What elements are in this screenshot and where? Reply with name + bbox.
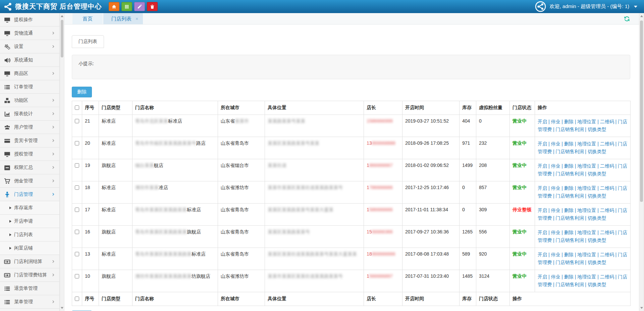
panel-tab-store-list[interactable]: 门店列表 xyxy=(72,35,104,48)
sidebar-item-20[interactable]: 退货单管理 xyxy=(0,282,59,295)
select-all-checkbox[interactable] xyxy=(75,105,79,110)
action-link-0[interactable]: 开启 xyxy=(538,252,547,257)
action-link-3[interactable]: 地理位置 xyxy=(577,252,596,257)
action-link-2[interactable]: 删除 xyxy=(564,119,574,124)
action-link-4[interactable]: 二维码 xyxy=(600,163,614,169)
action-link-0[interactable]: 开启 xyxy=(538,141,547,146)
action-link-7[interactable]: 切换类型 xyxy=(588,282,606,287)
sidebar-item-13[interactable]: 门店管理 xyxy=(0,188,59,201)
action-link-6[interactable]: 门店销售利润 xyxy=(555,260,584,265)
tab-close-icon[interactable]: × xyxy=(136,16,138,21)
action-link-4[interactable]: 二维码 xyxy=(600,274,614,279)
action-link-6[interactable]: 门店销售利润 xyxy=(555,215,584,221)
row-checkbox[interactable] xyxy=(75,163,79,168)
action-link-2[interactable]: 删除 xyxy=(564,185,574,191)
action-link-0[interactable]: 开启 xyxy=(538,274,547,279)
action-link-2[interactable]: 删除 xyxy=(564,252,574,257)
sidebar-item-19[interactable]: 门店管理费结算 xyxy=(0,268,59,282)
tab-store-list[interactable]: 门店列表× xyxy=(103,13,143,24)
action-link-1[interactable]: 停业 xyxy=(551,252,560,257)
action-link-0[interactable]: 开启 xyxy=(538,163,547,169)
action-link-2[interactable]: 删除 xyxy=(564,163,574,169)
sidebar-item-10[interactable]: 授权管理 xyxy=(0,147,59,161)
delete-quick-button[interactable] xyxy=(147,2,158,11)
action-link-3[interactable]: 地理位置 xyxy=(577,274,596,279)
action-link-7[interactable]: 切换类型 xyxy=(588,193,606,198)
action-link-6[interactable]: 门店销售利润 xyxy=(555,237,584,243)
row-checkbox[interactable] xyxy=(75,185,79,190)
action-link-0[interactable]: 开启 xyxy=(538,185,547,191)
sidebar-item-9[interactable]: 贵宾卡管理 xyxy=(0,134,59,147)
sidebar-item-1[interactable]: 货物流通 xyxy=(0,27,59,40)
home-button[interactable] xyxy=(109,2,119,11)
action-link-7[interactable]: 切换类型 xyxy=(588,260,606,265)
sidebar-item-12[interactable]: 佣金管理 xyxy=(0,174,59,188)
action-link-7[interactable]: 切换类型 xyxy=(588,149,606,154)
row-checkbox[interactable] xyxy=(75,208,79,212)
sidebar-subitem-17[interactable]: 闲置店铺 xyxy=(0,241,59,255)
row-checkbox[interactable] xyxy=(75,141,79,145)
action-link-1[interactable]: 停业 xyxy=(551,230,560,235)
sidebar-item-18[interactable]: 门店利润结算 xyxy=(0,255,59,268)
scroll-up-arrow-icon[interactable] xyxy=(60,14,64,18)
sidebar-item-4[interactable]: 商品区 xyxy=(0,67,59,80)
action-link-1[interactable]: 停业 xyxy=(551,119,560,124)
action-link-0[interactable]: 开启 xyxy=(538,119,547,124)
sidebar-subitem-16[interactable]: 门店列表 xyxy=(0,228,59,241)
action-link-7[interactable]: 切换类型 xyxy=(588,215,606,221)
sidebar-item-6[interactable]: 功能区 xyxy=(0,94,59,107)
scroll-up-arrow-icon[interactable] xyxy=(639,14,644,18)
sidebar-scrollbar[interactable] xyxy=(60,13,64,311)
action-link-3[interactable]: 地理位置 xyxy=(577,208,596,213)
action-link-0[interactable]: 开启 xyxy=(538,230,547,235)
sidebar-item-21[interactable]: 菜单管理 xyxy=(0,295,59,309)
sidebar-item-7[interactable]: 报表统计 xyxy=(0,107,59,121)
scroll-down-arrow-icon[interactable] xyxy=(60,306,64,310)
row-checkbox[interactable] xyxy=(75,274,79,278)
action-link-7[interactable]: 切换类型 xyxy=(588,237,606,243)
action-link-7[interactable]: 切换类型 xyxy=(588,127,606,132)
action-link-2[interactable]: 删除 xyxy=(564,141,574,146)
sidebar-subitem-15[interactable]: 开店申请 xyxy=(0,215,59,228)
sidebar-item-3[interactable]: 系统通知 xyxy=(0,53,59,67)
row-checkbox[interactable] xyxy=(75,230,79,234)
sidebar-item-2[interactable]: 设置 xyxy=(0,40,59,53)
action-link-3[interactable]: 地理位置 xyxy=(577,163,596,169)
action-link-2[interactable]: 删除 xyxy=(564,208,574,213)
action-link-3[interactable]: 地理位置 xyxy=(577,119,596,124)
action-link-3[interactable]: 地理位置 xyxy=(577,230,596,235)
action-link-4[interactable]: 二维码 xyxy=(600,252,614,257)
action-link-3[interactable]: 地理位置 xyxy=(577,141,596,146)
action-link-0[interactable]: 开启 xyxy=(538,208,547,213)
user-menu[interactable]: 欢迎, admin - 超级管理员 - (编号: 1) xyxy=(535,1,644,12)
action-link-6[interactable]: 门店销售利润 xyxy=(555,149,584,154)
sidebar-item-5[interactable]: 订单管理 xyxy=(0,80,59,94)
footer-select-all-checkbox[interactable] xyxy=(75,297,79,301)
action-link-1[interactable]: 停业 xyxy=(551,208,560,213)
action-link-4[interactable]: 二维码 xyxy=(600,185,614,191)
content-scrollbar[interactable] xyxy=(639,13,644,311)
action-link-4[interactable]: 二维码 xyxy=(600,230,614,235)
action-link-6[interactable]: 门店销售利润 xyxy=(555,127,584,132)
edit-button[interactable] xyxy=(134,2,145,11)
grid-button[interactable] xyxy=(121,2,132,11)
action-link-3[interactable]: 地理位置 xyxy=(577,185,596,191)
tab-home[interactable]: 首页 xyxy=(72,13,103,24)
action-link-4[interactable]: 二维码 xyxy=(600,119,614,124)
scroll-down-arrow-icon[interactable] xyxy=(639,306,644,310)
action-link-2[interactable]: 删除 xyxy=(564,274,574,279)
delete-selected-button-top[interactable]: 删除 xyxy=(72,87,92,97)
action-link-4[interactable]: 二维码 xyxy=(600,208,614,213)
row-checkbox[interactable] xyxy=(75,119,79,123)
sidebar-item-0[interactable]: 提权操作 xyxy=(0,13,59,27)
action-link-6[interactable]: 门店销售利润 xyxy=(555,193,584,198)
action-link-6[interactable]: 门店销售利润 xyxy=(555,171,584,176)
action-link-4[interactable]: 二维码 xyxy=(600,141,614,146)
content-scroll-thumb[interactable] xyxy=(640,20,643,202)
refresh-icon[interactable] xyxy=(624,15,630,22)
action-link-7[interactable]: 切换类型 xyxy=(588,171,606,176)
sidebar-scroll-thumb[interactable] xyxy=(61,20,63,57)
action-link-1[interactable]: 停业 xyxy=(551,163,560,169)
action-link-1[interactable]: 停业 xyxy=(551,185,560,191)
row-checkbox[interactable] xyxy=(75,252,79,256)
